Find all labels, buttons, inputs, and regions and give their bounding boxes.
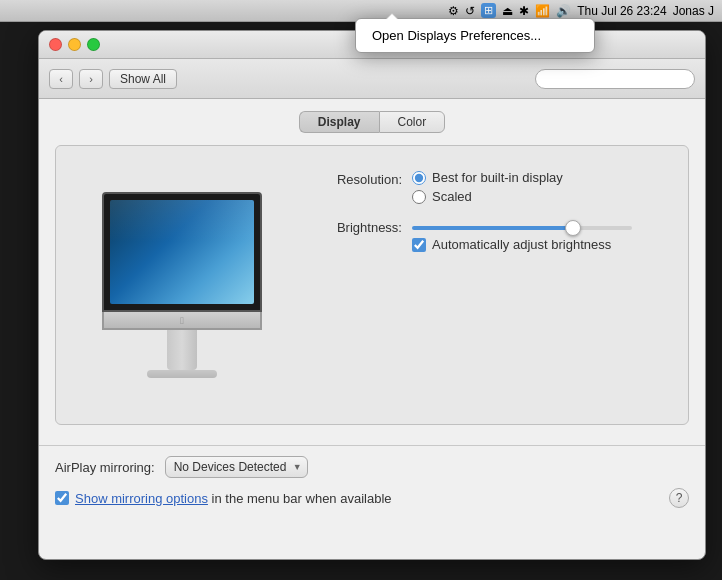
wifi-icon[interactable]: 📶 (535, 4, 550, 18)
system-preferences-window: iMac ‹ › Show All 🔍 Display Color (38, 30, 706, 560)
imac-stand (167, 330, 197, 370)
minimize-button[interactable] (68, 38, 81, 51)
resolution-best[interactable]: Best for built-in display (412, 170, 563, 185)
imac-screen (110, 200, 254, 304)
imac-preview:  (72, 162, 292, 408)
content-area: Display Color  (39, 99, 705, 437)
system-icon[interactable]: ⚙ (448, 4, 459, 18)
brightness-slider[interactable] (412, 226, 632, 230)
imac-base (147, 370, 217, 378)
resolution-scaled-label: Scaled (432, 189, 472, 204)
open-displays-prefs[interactable]: Open Displays Preferences... (356, 23, 594, 48)
menubar-right: ⚙ ↺ ⊞ ⏏ ✱ 📶 🔊 Thu Jul 26 23:24 Jonas J (448, 3, 714, 18)
airplay-row: AirPlay mirroring: No Devices Detected ▼ (39, 445, 705, 488)
show-mirroring-checkbox[interactable] (55, 491, 69, 505)
resolution-row: Resolution: Best for built-in display Sc… (312, 170, 672, 204)
apple-logo:  (180, 315, 184, 326)
auto-brightness-row: Automatically adjust brightness (412, 237, 632, 252)
maximize-button[interactable] (87, 38, 100, 51)
brightness-row: Brightness: Automatically adjust brightn… (312, 218, 672, 252)
resolution-scaled[interactable]: Scaled (412, 189, 563, 204)
username: Jonas J (673, 4, 714, 18)
brightness-label: Brightness: (312, 218, 412, 235)
show-mirroring-left: Show mirroring options in the menu bar w… (55, 491, 392, 506)
help-button[interactable]: ? (669, 488, 689, 508)
resolution-best-radio[interactable] (412, 171, 426, 185)
displays-icon[interactable]: ⊞ (481, 3, 496, 18)
resolution-scaled-radio[interactable] (412, 190, 426, 204)
tab-display[interactable]: Display (299, 111, 379, 133)
eject-icon[interactable]: ⏏ (502, 4, 513, 18)
displays-dropdown: Open Displays Preferences... (355, 18, 595, 53)
imac-screen-outer (102, 192, 262, 312)
show-all-button[interactable]: Show All (109, 69, 177, 89)
airplay-select[interactable]: No Devices Detected (165, 456, 308, 478)
auto-brightness-label: Automatically adjust brightness (432, 237, 611, 252)
search-input[interactable] (535, 69, 695, 89)
resolution-best-label: Best for built-in display (432, 170, 563, 185)
airplay-select-wrapper: No Devices Detected ▼ (165, 456, 308, 478)
volume-icon[interactable]: 🔊 (556, 4, 571, 18)
show-mirroring-link[interactable]: Show mirroring options (75, 491, 208, 506)
show-mirroring-row: Show mirroring options in the menu bar w… (39, 488, 705, 518)
settings-area: Resolution: Best for built-in display Sc… (312, 162, 672, 408)
imac-body:  (102, 192, 262, 378)
toolbar-left: ‹ › Show All (49, 69, 177, 89)
show-mirroring-text: Show mirroring options in the menu bar w… (75, 491, 392, 506)
time-machine-icon[interactable]: ↺ (465, 4, 475, 18)
close-button[interactable] (49, 38, 62, 51)
resolution-label: Resolution: (312, 170, 412, 187)
display-panel:  Resolution: Best for built-in display (55, 145, 689, 425)
imac-chin:  (102, 312, 262, 330)
tab-color[interactable]: Color (379, 111, 446, 133)
brightness-controls: Automatically adjust brightness (412, 218, 632, 252)
tabs: Display Color (55, 111, 689, 133)
bluetooth-icon[interactable]: ✱ (519, 4, 529, 18)
back-button[interactable]: ‹ (49, 69, 73, 89)
search-wrapper: 🔍 (535, 69, 695, 89)
toolbar: ‹ › Show All 🔍 (39, 59, 705, 99)
datetime: Thu Jul 26 23:24 (577, 4, 666, 18)
airplay-label: AirPlay mirroring: (55, 460, 155, 475)
auto-brightness-checkbox[interactable] (412, 238, 426, 252)
resolution-options: Best for built-in display Scaled (412, 170, 563, 204)
window-buttons (49, 38, 100, 51)
forward-button[interactable]: › (79, 69, 103, 89)
